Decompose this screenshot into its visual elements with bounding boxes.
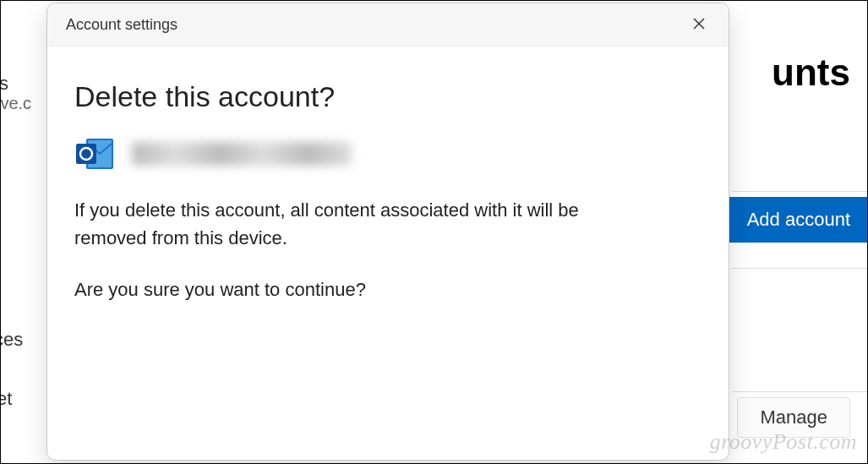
close-icon	[693, 16, 705, 33]
dialog-header: Account settings	[47, 3, 729, 46]
page-title-fragment: unts	[772, 52, 850, 94]
add-account-button[interactable]: Add account	[725, 197, 867, 243]
divider	[732, 391, 867, 392]
delete-account-dialog: Account settings Delete this account? If…	[46, 3, 729, 461]
outlook-icon	[74, 135, 115, 172]
divider	[732, 268, 867, 269]
dialog-heading: Delete this account?	[74, 80, 701, 113]
sidebar-fragment-4: et	[0, 388, 12, 410]
account-email-redacted	[132, 142, 352, 166]
svg-rect-4	[76, 144, 96, 164]
sidebar-fragment-1: s	[0, 73, 8, 95]
divider	[732, 191, 867, 192]
close-button[interactable]	[686, 14, 712, 35]
sidebar-fragment-2: ive.c	[0, 94, 31, 113]
sidebar-fragment-3: ces	[0, 329, 23, 351]
dialog-title: Account settings	[66, 16, 177, 34]
confirm-text: Are you sure you want to continue?	[74, 276, 649, 303]
dialog-body: Delete this account? If you delete this …	[47, 46, 729, 344]
warning-text: If you delete this account, all content …	[74, 196, 649, 252]
account-row	[74, 135, 701, 172]
manage-button[interactable]: Manage	[737, 397, 850, 438]
